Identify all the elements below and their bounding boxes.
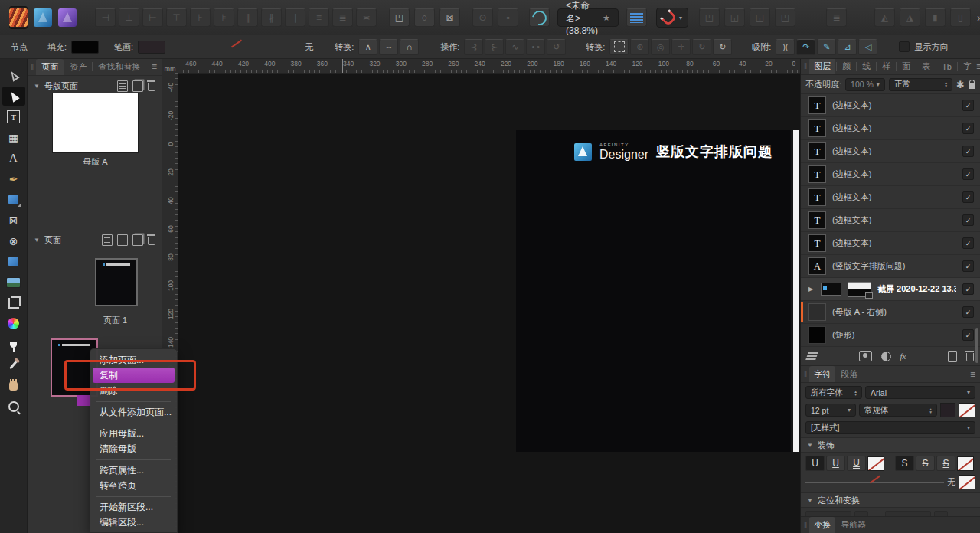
tab-资产[interactable]: 资产 [64, 59, 92, 75]
decoration-width-slider[interactable] [805, 477, 944, 488]
delete-layer-icon[interactable] [966, 353, 974, 361]
node-tool[interactable] [2, 66, 25, 85]
tab-查找和替换[interactable]: 查找和替换 [93, 59, 145, 75]
snap-node-button[interactable]: ◁ [858, 39, 877, 55]
panel-scrollbar[interactable] [975, 328, 978, 363]
menu-item-从文件添加页面[interactable]: 从文件添加页面... [90, 404, 177, 420]
stroke-swatch[interactable] [138, 41, 165, 54]
mask-layer-icon[interactable] [859, 351, 872, 361]
document-page-image[interactable]: AFFINITY Designer 竖版文字排版问题 [516, 130, 791, 452]
layer-visibility-checkbox[interactable]: ✓ [962, 123, 974, 134]
picture-frame-tool[interactable]: ⊠ [2, 211, 25, 230]
duplicate-page-icon[interactable] [132, 234, 143, 246]
underline-color-none-swatch[interactable] [867, 456, 884, 471]
layer-row[interactable]: T(边框文本)✓ [801, 163, 980, 186]
menu-item-开始新区段[interactable]: 开始新区段... [90, 499, 177, 515]
tab-页面[interactable]: 页面 [36, 59, 64, 75]
panel-menu-icon[interactable]: ≡ [970, 369, 975, 380]
layer-visibility-checkbox[interactable]: ✓ [962, 306, 974, 318]
layer-visibility-checkbox[interactable]: ✓ [962, 283, 974, 295]
layer-visibility-checkbox[interactable]: ✓ [962, 237, 974, 249]
blend-mode-dropdown[interactable]: 正常 ▴▾ [889, 78, 952, 91]
font-name-dropdown[interactable]: Arial ▾ [865, 386, 975, 399]
layer-row[interactable]: ▶截屏 2020-12-22 13.38✓ [801, 278, 980, 301]
transform-mode-button[interactable] [609, 39, 629, 55]
move-tool[interactable] [2, 87, 25, 106]
layer-visibility-checkbox[interactable]: ✓ [962, 100, 974, 111]
toolbar-overflow-button[interactable]: » [974, 11, 980, 24]
strikethrough-s2-button[interactable]: S [936, 456, 956, 471]
show-margins-button[interactable]: ◳ [389, 8, 410, 27]
master-pages-section-header[interactable]: ▼ 母版页面 [28, 78, 162, 93]
fill-tool[interactable] [2, 335, 25, 354]
snap-curve-button[interactable]: ↷ [796, 39, 815, 55]
layer-row[interactable]: (矩形)✓ [801, 324, 980, 347]
panel-handle-icon[interactable]: ‖ [804, 370, 807, 378]
frame-text-tool[interactable]: T [2, 107, 25, 126]
menu-item-清除母版[interactable]: 清除母版 [90, 441, 177, 456]
opacity-dropdown[interactable]: 100 % ▾ [845, 78, 885, 91]
pages-section-header[interactable]: ▼ 页面 [28, 232, 162, 247]
tab-线[interactable]: 线 [858, 58, 875, 74]
preflight-button[interactable] [626, 8, 647, 27]
underline-plain-button[interactable]: U [805, 456, 825, 471]
gear-icon[interactable]: ✱ [956, 79, 965, 90]
font-size-dropdown[interactable]: 12 pt ▾ [805, 404, 856, 417]
menu-item-跨页属性[interactable]: 跨页属性... [90, 463, 177, 478]
canvas[interactable]: AFFINITY Designer 竖版文字排版问题 [178, 73, 800, 533]
font-collection-dropdown[interactable]: 所有字体 ▴▾ [805, 386, 862, 399]
pen-tool[interactable]: ✒ [2, 169, 25, 188]
font-weight-dropdown[interactable]: 常规体 ▴▾ [859, 404, 937, 417]
menu-item-转至跨页[interactable]: 转至跨页 [90, 478, 177, 493]
designer-persona-icon[interactable] [34, 6, 52, 29]
layer-row[interactable]: T(边框文本)✓ [801, 117, 980, 140]
show-direction-checkbox[interactable] [899, 41, 910, 52]
text-color-swatch[interactable] [940, 403, 956, 417]
tab-表[interactable]: 表 [917, 58, 935, 74]
rectangle-tool[interactable] [2, 252, 25, 271]
layer-row[interactable]: T(边框文本)✓ [801, 186, 980, 209]
text-style-dropdown[interactable]: [无样式] ▾ [805, 421, 975, 434]
show-frames-button[interactable]: ⊠ [439, 8, 460, 27]
snap-construct-button[interactable]: ⊿ [838, 39, 857, 55]
layer-visibility-checkbox[interactable]: ✓ [962, 214, 974, 226]
layer-visibility-checkbox[interactable]: ✓ [962, 168, 974, 180]
snap-pen-button[interactable]: ✎ [817, 39, 836, 55]
trash-icon[interactable] [148, 237, 155, 245]
positioning-section-header[interactable]: ▼ 定位和变换 [801, 492, 980, 508]
show-guides-button[interactable]: ◌ [414, 8, 435, 27]
fill-swatch[interactable] [71, 41, 99, 54]
strikethrough-plain-button[interactable]: S [895, 456, 914, 471]
decorations-section-header[interactable]: ▼ 装饰 [801, 437, 980, 453]
expand-arrow-icon[interactable]: ▶ [808, 286, 815, 293]
table-tool[interactable]: ▦ [2, 128, 25, 147]
collapse-triangle-icon[interactable]: ▼ [807, 497, 813, 504]
strikethrough-s1-button[interactable]: S [916, 456, 935, 471]
transform-cycle-button[interactable]: ↻ [713, 39, 732, 55]
layer-visibility-checkbox[interactable]: ✓ [962, 260, 974, 272]
color-wheel-tool[interactable] [2, 314, 25, 333]
panel-menu-icon[interactable]: ≡ [976, 61, 980, 72]
new-layer-icon[interactable] [948, 351, 957, 362]
artistic-text-tool[interactable]: A [2, 149, 25, 168]
page-1-thumbnail[interactable] [95, 258, 138, 306]
tab-导航器[interactable]: 导航器 [836, 517, 871, 533]
layer-row[interactable]: A(竖版文字排版问题)✓ [801, 255, 980, 278]
panel-handle-icon[interactable]: ‖ [804, 62, 807, 70]
layer-row[interactable]: T(边框文本)✓ [801, 94, 980, 117]
layer-visibility-checkbox[interactable]: ✓ [962, 146, 974, 157]
decoration-color-none-swatch[interactable] [959, 475, 975, 489]
tab-字符[interactable]: 字符 [809, 366, 835, 382]
layer-stack-icon[interactable] [805, 352, 818, 360]
master-page-thumbnail[interactable] [53, 93, 138, 152]
collapse-triangle-icon[interactable]: ▼ [34, 237, 40, 244]
ruler-unit-label[interactable]: mm [162, 58, 178, 74]
panel-handle-icon[interactable]: ‖ [31, 63, 34, 71]
menu-item-编辑区段[interactable]: 编辑区段... [90, 515, 177, 530]
duplicate-master-icon[interactable] [132, 80, 143, 92]
vector-crop-tool[interactable] [2, 293, 25, 312]
eyedropper-tool[interactable] [2, 355, 25, 374]
underline-u1-button[interactable]: U [826, 456, 845, 471]
layer-row[interactable]: T(边框文本)✓ [801, 209, 980, 232]
shape-tool[interactable] [2, 190, 25, 209]
